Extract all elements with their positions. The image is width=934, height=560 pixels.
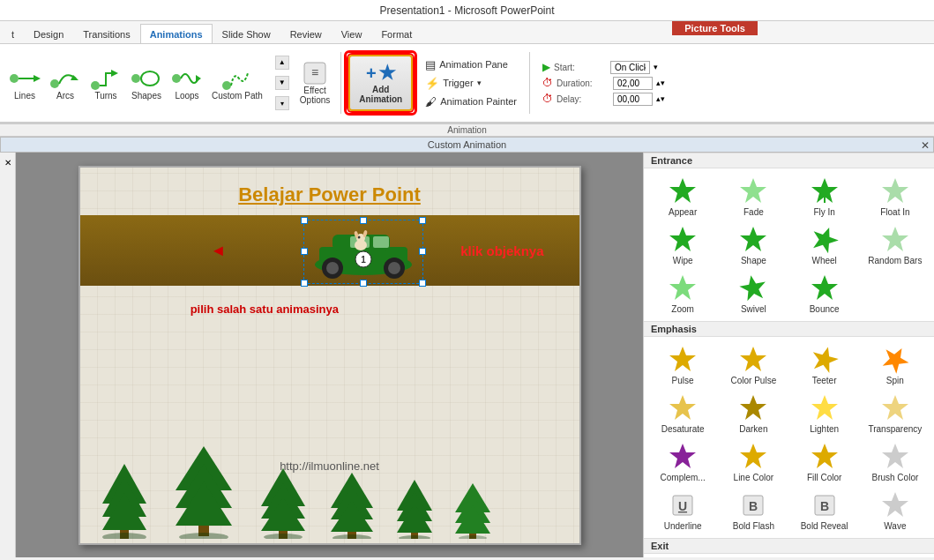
start-dropdown-icon[interactable]: ▾ (654, 63, 658, 71)
desaturate-icon (667, 392, 699, 424)
bounce-label: Bounce (810, 304, 840, 314)
animation-painter-btn[interactable]: 🖌 Animation Painter (420, 93, 522, 110)
bold-reveal-icon: B (809, 489, 841, 521)
exit-grid: Disappear Fade Fly Out Flo (644, 554, 934, 557)
anim-wave[interactable]: Wave (860, 486, 930, 534)
anim-brush-color[interactable]: Brush Color (860, 437, 930, 486)
anim-complement[interactable]: Complem... (647, 437, 718, 486)
handle-tl[interactable] (301, 217, 308, 224)
left-panel-x-icon[interactable]: ✕ (3, 156, 13, 169)
svg-point-59 (459, 535, 487, 539)
delay-spinner[interactable]: ▴▾ (656, 94, 665, 103)
shape-label: Shape (741, 256, 766, 265)
animation-painter-label: Animation Painter (440, 96, 517, 107)
panel-label-text: Custom Animation (428, 139, 506, 150)
car-svg: 1 (306, 222, 421, 280)
path-loops[interactable]: Loops (168, 64, 206, 102)
scroll-more-arrow[interactable]: ▾ (275, 96, 289, 110)
anim-spin[interactable]: Spin (860, 340, 930, 389)
tab-animations[interactable]: Animations (140, 24, 213, 43)
duration-row: ⏱ Duration: ▴▾ (542, 77, 665, 90)
path-lines[interactable]: Lines (5, 64, 44, 102)
panel-label-bar: Custom Animation ✕ (0, 137, 934, 153)
scroll-down-arrow[interactable]: ▼ (275, 76, 289, 90)
picture-tools-tab[interactable]: Picture Tools (672, 21, 758, 35)
anim-darken[interactable]: Darken (718, 389, 788, 437)
anim-line-color[interactable]: Line Color (718, 437, 788, 486)
darken-label: Darken (739, 424, 767, 434)
lines-icon (9, 66, 41, 91)
shape-icon (737, 224, 769, 256)
anim-bold-reveal[interactable]: B Bold Reveal (789, 486, 860, 534)
anim-desaturate[interactable]: Desaturate (647, 389, 718, 437)
duration-value[interactable] (613, 77, 653, 90)
delay-value[interactable] (613, 93, 653, 106)
arcs-icon (49, 66, 81, 91)
anim-pulse[interactable]: Pulse (647, 340, 718, 389)
anim-zoom[interactable]: Zoom (647, 269, 718, 317)
handle-mr[interactable] (419, 248, 426, 255)
anim-appear[interactable]: Appear (647, 172, 718, 220)
anim-float-in[interactable]: Float In (860, 172, 930, 220)
svg-point-9 (172, 74, 181, 83)
selection-handle-top[interactable] (360, 217, 367, 224)
anim-wheel[interactable]: Wheel (789, 220, 860, 269)
anim-random-bars[interactable]: Random Bars (860, 220, 930, 269)
anim-bounce[interactable]: Bounce (789, 269, 860, 317)
path-arcs[interactable]: Arcs (46, 64, 85, 102)
path-loops-label: Loops (175, 91, 198, 101)
svg-marker-60 (669, 178, 696, 203)
animation-painter-icon: 🖌 (425, 95, 437, 108)
panel-close-icon[interactable]: ✕ (921, 139, 930, 152)
emphasis-grid: Pulse Color Pulse Teeter S (644, 337, 934, 538)
path-shapes[interactable]: Shapes (127, 64, 166, 102)
animation-pane-label: Animation Pane (439, 59, 508, 70)
teeter-icon (809, 344, 841, 376)
effect-options-btn[interactable]: ≡ Effect Options (296, 57, 333, 108)
anim-lighten[interactable]: Lighten (789, 389, 860, 437)
anim-wipe[interactable]: Wipe (647, 220, 718, 269)
handle-bm[interactable] (360, 280, 367, 287)
path-turns[interactable]: Turns (86, 64, 125, 102)
svg-marker-77 (740, 395, 766, 420)
path-custom-label: Custom Path (212, 91, 263, 101)
tab-slideshow[interactable]: Slide Show (213, 24, 280, 43)
tab-view[interactable]: View (332, 24, 372, 43)
svg-marker-81 (740, 444, 766, 468)
handle-bl[interactable] (301, 280, 308, 287)
handle-ml[interactable] (301, 248, 308, 255)
handle-br[interactable] (419, 280, 426, 287)
start-label: Start: (554, 63, 607, 72)
tab-t[interactable]: t (2, 24, 24, 43)
anim-shape[interactable]: Shape (718, 220, 788, 269)
anim-teeter[interactable]: Teeter (789, 340, 860, 389)
tab-design[interactable]: Design (24, 24, 73, 43)
duration-spinner[interactable]: ▴▾ (656, 78, 665, 87)
tree-1 (98, 459, 151, 539)
anim-fill-color[interactable]: Fill Color (789, 437, 860, 486)
instruction-text: pilih salah satu animasinya (191, 302, 339, 316)
svg-point-49 (333, 534, 371, 539)
add-animation-btn[interactable]: + ★ Add Animation (348, 55, 413, 111)
exit-label: Exit (651, 541, 669, 551)
anim-swivel[interactable]: Swivel (718, 269, 788, 317)
tab-format[interactable]: Format (371, 24, 422, 43)
anim-fade[interactable]: Fade (718, 172, 788, 220)
anim-underline[interactable]: U Underline (647, 486, 718, 534)
svg-point-3 (50, 79, 59, 88)
anim-fly-in[interactable]: Fly In (789, 172, 860, 220)
scroll-up-arrow[interactable]: ▲ (275, 56, 289, 70)
anim-color-pulse[interactable]: Color Pulse (718, 340, 788, 389)
trigger-btn[interactable]: ⚡ Trigger ▾ (420, 75, 522, 92)
start-value[interactable] (610, 61, 650, 74)
anim-bold-flash[interactable]: B Bold Flash (718, 486, 788, 534)
brush-color-icon (879, 441, 911, 473)
anim-transparency[interactable]: Transparency (860, 389, 930, 437)
path-custom[interactable]: Custom Path (208, 64, 266, 102)
car-object[interactable]: 1 (303, 220, 423, 284)
animation-pane-btn[interactable]: ▤ Animation Pane (420, 56, 522, 73)
tab-review[interactable]: Review (280, 24, 332, 43)
tab-transitions[interactable]: Transitions (73, 24, 139, 43)
wipe-label: Wipe (673, 256, 693, 265)
handle-tr[interactable] (419, 217, 426, 224)
